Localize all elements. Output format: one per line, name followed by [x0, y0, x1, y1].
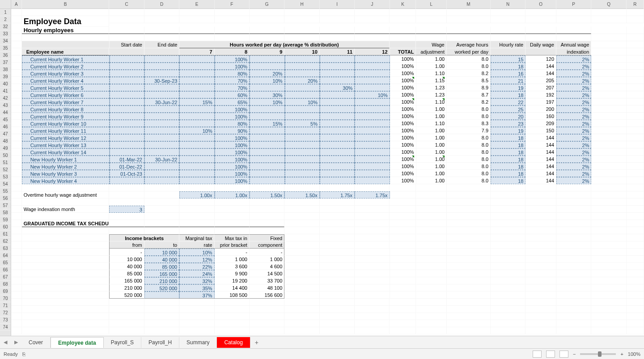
- cell[interactable]: [355, 234, 390, 241]
- end-date[interactable]: [144, 55, 179, 63]
- hours-d3[interactable]: [285, 55, 320, 63]
- cell[interactable]: [355, 16, 390, 23]
- cell[interactable]: [416, 16, 447, 23]
- cell[interactable]: [591, 41, 626, 48]
- cell[interactable]: [11, 63, 22, 70]
- cell[interactable]: [250, 213, 284, 220]
- cell[interactable]: [556, 291, 591, 299]
- cell[interactable]: [416, 220, 447, 227]
- hours-d4[interactable]: [320, 134, 355, 141]
- employee-name[interactable]: Current Hourly Worker 8: [22, 106, 110, 113]
- cell[interactable]: [556, 299, 591, 306]
- hours-d0[interactable]: [179, 163, 214, 170]
- cell[interactable]: [144, 227, 179, 234]
- cell[interactable]: [416, 191, 447, 199]
- cell[interactable]: [22, 241, 110, 249]
- hours-d1[interactable]: 100%: [215, 177, 250, 184]
- cell[interactable]: [447, 291, 491, 299]
- hours-d2[interactable]: [250, 55, 284, 63]
- cell[interactable]: [320, 213, 355, 220]
- cell[interactable]: [416, 206, 447, 213]
- cell[interactable]: [591, 134, 626, 141]
- hours-d1[interactable]: 100%: [215, 106, 250, 113]
- row-header-59[interactable]: 59: [0, 216, 11, 224]
- cell[interactable]: [447, 199, 491, 206]
- cell[interactable]: [250, 327, 284, 334]
- hours-d3[interactable]: 10%: [285, 98, 320, 106]
- hours-d5[interactable]: [355, 106, 390, 113]
- tax-rate[interactable]: 35%: [179, 284, 214, 291]
- cell[interactable]: [390, 234, 416, 241]
- hours-d0[interactable]: [179, 113, 214, 120]
- cell[interactable]: [109, 320, 144, 327]
- start-date[interactable]: 01-Dec-22: [110, 163, 144, 170]
- hourly-rate[interactable]: 21: [491, 77, 525, 84]
- cell[interactable]: [525, 16, 556, 23]
- wage-index[interactable]: 2%: [556, 106, 591, 113]
- cell[interactable]: [284, 249, 319, 256]
- row-header-65[interactable]: 65: [0, 259, 11, 266]
- cell[interactable]: [591, 220, 626, 227]
- cell[interactable]: [390, 191, 416, 199]
- cell[interactable]: [355, 263, 390, 270]
- cell[interactable]: [284, 213, 319, 220]
- employee-name[interactable]: Current Hourly Worker 2: [22, 63, 110, 70]
- hours-d1[interactable]: 100%: [215, 55, 250, 63]
- cell[interactable]: [144, 34, 179, 41]
- hours-d0[interactable]: [179, 148, 214, 156]
- cell[interactable]: [320, 277, 355, 284]
- cell[interactable]: [390, 306, 416, 313]
- cell[interactable]: [179, 227, 214, 234]
- employee-name[interactable]: Current Hourly Worker 9: [22, 113, 110, 120]
- hours-d5[interactable]: [355, 156, 390, 163]
- cell[interactable]: [556, 220, 591, 227]
- hourly-rate[interactable]: 25: [491, 106, 525, 113]
- hours-d2[interactable]: [250, 163, 284, 170]
- hours-d0[interactable]: [179, 91, 214, 98]
- cell[interactable]: [416, 227, 447, 234]
- hours-d2[interactable]: [250, 84, 284, 91]
- hourly-rate[interactable]: 19: [491, 84, 525, 91]
- cell[interactable]: [355, 291, 390, 299]
- cell[interactable]: [250, 206, 284, 213]
- cell[interactable]: [355, 313, 390, 320]
- row-header-48[interactable]: 48: [0, 138, 11, 145]
- hours-d5[interactable]: [355, 120, 390, 127]
- cell[interactable]: [215, 34, 250, 41]
- cell[interactable]: [627, 220, 644, 227]
- cell[interactable]: [591, 98, 626, 106]
- cell[interactable]: [525, 299, 556, 306]
- cell[interactable]: [284, 34, 319, 41]
- cell[interactable]: [179, 184, 214, 191]
- cell[interactable]: [447, 277, 491, 284]
- cell[interactable]: [416, 213, 447, 220]
- start-date[interactable]: [110, 63, 144, 70]
- hours-d0[interactable]: [179, 84, 214, 91]
- overtime-val[interactable]: 1.50x: [250, 191, 284, 199]
- row-header-72[interactable]: 72: [0, 309, 11, 317]
- cell[interactable]: [556, 270, 591, 277]
- cell[interactable]: [320, 9, 355, 16]
- cell[interactable]: [627, 170, 644, 177]
- hours-d3[interactable]: [285, 91, 320, 98]
- tab-prev-icon[interactable]: ◀: [1, 338, 10, 347]
- cell[interactable]: [390, 263, 416, 270]
- cell[interactable]: [627, 256, 644, 263]
- cell[interactable]: [556, 256, 591, 263]
- cell[interactable]: [591, 34, 626, 41]
- hours-d5[interactable]: 10%: [355, 91, 390, 98]
- cell[interactable]: [627, 134, 644, 141]
- cell[interactable]: [355, 299, 390, 306]
- cell[interactable]: [215, 327, 250, 334]
- hourly-rate[interactable]: 16: [491, 70, 525, 77]
- cell[interactable]: [556, 320, 591, 327]
- hours-d4[interactable]: [320, 177, 355, 184]
- col-header-H[interactable]: H: [284, 0, 319, 9]
- cell[interactable]: [320, 234, 355, 241]
- hours-d2[interactable]: [250, 134, 284, 141]
- cell[interactable]: [11, 177, 22, 184]
- cell[interactable]: [250, 9, 284, 16]
- hours-d3[interactable]: [285, 134, 320, 141]
- employee-name[interactable]: Current Hourly Worker 10: [22, 120, 110, 127]
- end-date[interactable]: [144, 163, 179, 170]
